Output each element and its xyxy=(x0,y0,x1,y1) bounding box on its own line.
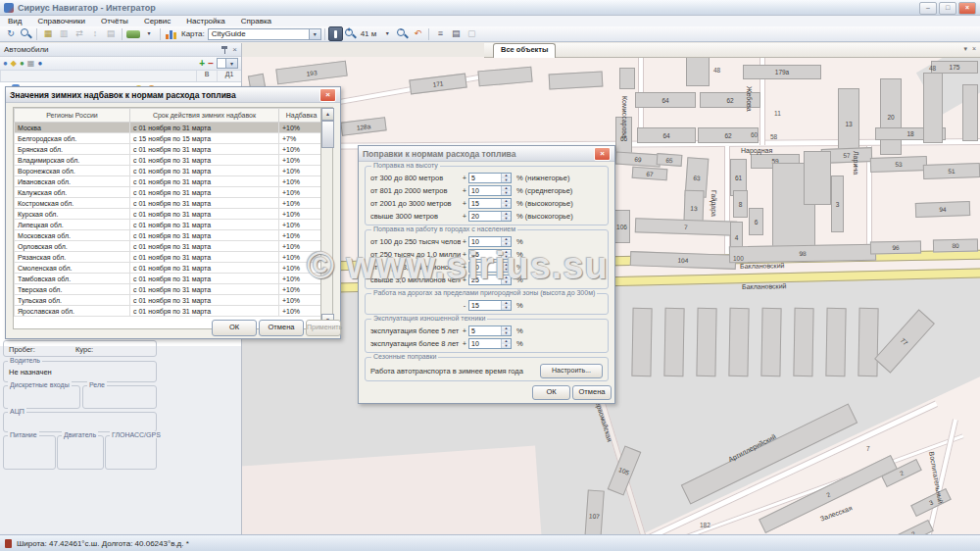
correction-spinner[interactable]: 15▲▼ xyxy=(468,198,512,209)
view-combo[interactable]: ▾ xyxy=(217,58,238,69)
table-row[interactable]: Рязанская обл.с 01 ноября по 31 марта+10… xyxy=(15,252,324,263)
globe-icon[interactable]: ● xyxy=(20,58,24,70)
title-bar[interactable]: Сириус Навигатор - Интегратор – □ × xyxy=(0,0,980,16)
building: 106 xyxy=(613,210,630,243)
chart-icon[interactable] xyxy=(166,28,176,39)
table-scrollbar[interactable]: ▲ ▼ xyxy=(320,107,333,327)
search-icon[interactable] xyxy=(20,27,32,40)
corrections-cancel-button[interactable]: Отмена xyxy=(572,385,612,400)
group-caption: Сезонные поправки xyxy=(371,353,438,360)
table-row[interactable]: Белгородская обл.с 15 ноября по 15 марта… xyxy=(15,133,324,144)
table-row[interactable]: Ивановская обл.с 01 ноября по 31 марта+1… xyxy=(15,176,324,187)
track-pin-button[interactable] xyxy=(328,26,343,41)
menu-directories[interactable]: Справочники xyxy=(29,17,92,25)
winter-dialog-close-icon[interactable]: × xyxy=(319,88,336,102)
add-vehicle-icon[interactable]: + xyxy=(199,58,205,69)
menu-service[interactable]: Сервис xyxy=(136,17,178,25)
building: 64 xyxy=(637,127,696,143)
winter-dialog-titlebar[interactable]: Значения зимних надбавок к нормам расход… xyxy=(6,87,340,103)
correction-spinner[interactable]: 20▲▼ xyxy=(468,211,512,222)
scroll-thumb[interactable] xyxy=(321,121,334,148)
column-b[interactable]: В xyxy=(196,71,217,81)
column-d1[interactable]: Д1 xyxy=(217,71,241,81)
correction-spinner[interactable]: 5▲▼ xyxy=(468,173,512,183)
tab-close-icon[interactable]: × xyxy=(972,45,976,53)
menu-settings[interactable]: Настройка xyxy=(178,17,232,25)
remove-vehicle-icon[interactable]: − xyxy=(208,58,214,69)
table-row[interactable]: Костромская обл.с 01 ноября по 31 марта+… xyxy=(15,198,324,209)
edit-icon[interactable]: ◆ xyxy=(11,58,17,70)
col-regions[interactable]: Регионы России xyxy=(15,109,130,123)
table-row[interactable]: Владимирская обл.с 01 ноября по 31 марта… xyxy=(15,155,324,166)
vehicle-search-icon[interactable]: ● xyxy=(3,58,8,70)
power-group: Питание xyxy=(3,435,56,470)
menu-view[interactable]: Вид xyxy=(0,17,29,25)
table-row[interactable]: Липецкая обл.с 01 ноября по 31 марта+10% xyxy=(15,220,324,230)
correction-spinner[interactable]: 10▲▼ xyxy=(468,185,512,196)
zoom-out-icon[interactable]: − xyxy=(396,27,409,40)
table-row[interactable]: Брянская обл.с 01 ноября по 31 марта+10% xyxy=(15,144,324,155)
autohide-pin-icon[interactable] xyxy=(221,45,228,54)
spin-down-icon[interactable]: ▼ xyxy=(502,178,511,183)
col-surcharge[interactable]: Надбавка xyxy=(279,109,324,123)
table-row[interactable]: Воронежская обл.с 01 ноября по 31 марта+… xyxy=(15,166,324,176)
winter-cancel-button[interactable]: Отмена xyxy=(259,320,304,336)
list-icon[interactable]: ≡ xyxy=(433,27,447,40)
building: 107 xyxy=(584,489,605,534)
spin-down-icon[interactable]: ▼ xyxy=(502,204,511,209)
map-tab-bar xyxy=(484,43,980,58)
table-row[interactable]: Тамбовская обл.с 01 ноября по 31 марта+1… xyxy=(15,274,324,284)
edit-list-icon[interactable]: ▤ xyxy=(449,27,463,40)
table-row[interactable]: Тверская обл.с 01 ноября по 31 марта+10% xyxy=(15,284,324,295)
tab-scroll-icon[interactable]: ▾ xyxy=(963,45,967,53)
spin-down-icon[interactable]: ▼ xyxy=(502,306,511,311)
restore-button[interactable]: □ xyxy=(939,2,956,15)
table-row[interactable]: Тульская обл.с 01 ноября по 31 марта+10% xyxy=(15,295,324,306)
corrections-dialog-titlebar[interactable]: Поправки к нормам расхода топлива × xyxy=(359,146,614,162)
correction-spinner[interactable]: 15▲▼ xyxy=(468,300,512,311)
back-arrow-icon[interactable]: ↶ xyxy=(411,27,424,40)
col-period[interactable]: Срок действия зимних надбавок xyxy=(130,109,279,123)
close-button[interactable]: × xyxy=(958,2,976,15)
spin-down-icon[interactable]: ▼ xyxy=(502,191,511,196)
zoom-in-icon[interactable]: + xyxy=(344,27,357,40)
map-select-combo[interactable]: CityGuide ▾ xyxy=(208,28,321,40)
correction-row: эксплуатация более 5 лет+5▲▼% xyxy=(370,325,603,337)
panel-close-icon[interactable]: × xyxy=(232,45,237,54)
corrections-dialog-close-icon[interactable]: × xyxy=(594,147,611,161)
refresh-icon[interactable]: ↻ xyxy=(4,27,18,40)
camera-icon[interactable]: ▦ xyxy=(27,58,35,70)
building-number: 182 xyxy=(700,522,710,528)
menu-help[interactable]: Справка xyxy=(233,17,279,25)
vehicle-dropdown-icon[interactable]: ▾ xyxy=(142,27,156,40)
world-icon[interactable]: ● xyxy=(37,58,42,70)
correction-sign: + xyxy=(461,199,468,208)
scale-dropdown-icon[interactable]: ▾ xyxy=(380,27,394,40)
table-row[interactable]: Курская обл.с 01 ноября по 31 марта+10% xyxy=(15,209,324,220)
vehicles-panel-header[interactable]: Автомобили × xyxy=(0,43,241,57)
minimize-button[interactable]: – xyxy=(919,2,937,15)
correction-spinner[interactable]: 10▲▼ xyxy=(468,338,512,349)
table-row[interactable]: Ярославская обл.с 01 ноября по 31 марта+… xyxy=(15,306,324,317)
table-row[interactable]: Орловская обл.с 01 ноября по 31 марта+10… xyxy=(15,241,324,252)
map-scale-value[interactable]: 41 м xyxy=(361,29,377,38)
corrections-ok-button[interactable]: ОК xyxy=(532,385,570,400)
combo-dropdown-icon[interactable]: ▾ xyxy=(309,29,320,39)
table-row[interactable]: Калужская обл.с 01 ноября по 31 марта+10… xyxy=(15,187,324,198)
spin-down-icon[interactable]: ▼ xyxy=(502,344,511,349)
spin-down-icon[interactable]: ▼ xyxy=(502,331,511,336)
building-number: 48 xyxy=(929,65,936,72)
table-row[interactable]: Московская обл.с 01 ноября по 31 марта+1… xyxy=(15,230,324,241)
street-label: Гайдара xyxy=(710,190,717,217)
correction-spinner[interactable]: 5▲▼ xyxy=(468,326,512,336)
table-row[interactable]: Смоленская обл.с 01 ноября по 31 марта+1… xyxy=(15,263,324,274)
table-row[interactable]: Москвас 01 ноября по 31 марта+10% xyxy=(15,123,324,133)
grid-edit-icon[interactable]: ▦ xyxy=(41,27,55,40)
scroll-up-icon[interactable]: ▲ xyxy=(321,108,334,121)
spin-down-icon[interactable]: ▼ xyxy=(502,217,511,222)
tab-all-objects[interactable]: Все объекты xyxy=(493,43,556,58)
menu-reports[interactable]: Отчёты xyxy=(93,17,136,25)
vehicle-icon[interactable] xyxy=(126,30,140,38)
winter-ok-button[interactable]: ОК xyxy=(212,320,257,336)
season-configure-button[interactable]: Настроить... xyxy=(540,364,603,378)
